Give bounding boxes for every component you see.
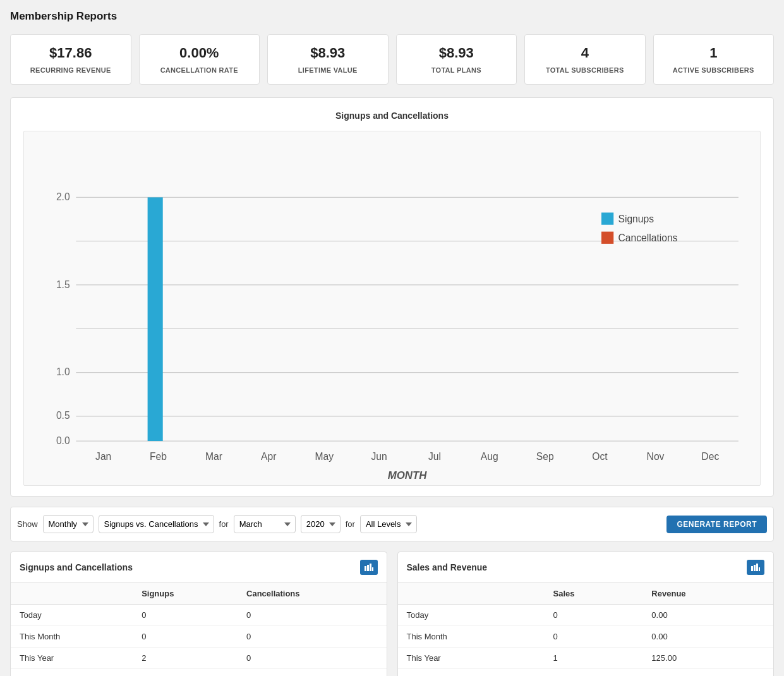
svg-text:1.5: 1.5 [56, 279, 70, 290]
svg-rect-34 [754, 565, 756, 571]
col-period-sr [398, 583, 545, 605]
table-row: This Month 0 0.00 [398, 626, 774, 648]
generate-report-button[interactable]: GENERATE REPORT [666, 516, 767, 533]
sales-revenue-table-section: Sales and Revenue Sales Revenue T [397, 552, 775, 676]
chart-container: 2.0 1.5 1.0 0.5 0.0 Jan Feb Mar Apr May … [23, 131, 761, 486]
stat-card-active-subscribers: 1 Active Subscribers [653, 34, 775, 85]
table-row: This Month 0 0 [11, 626, 387, 648]
table-row: All Time 2 0 [11, 669, 387, 676]
stat-card-recurring-revenue: $17.86 Recurring Revenue [10, 34, 131, 85]
period-cell: This Month [398, 626, 545, 648]
show-select[interactable]: MonthlyWeeklyDaily [43, 515, 93, 533]
controls-row: Show MonthlyWeeklyDaily Signups vs. Canc… [10, 507, 774, 541]
svg-text:Nov: Nov [647, 451, 665, 462]
period-cell: Today [398, 605, 545, 626]
signups-cancellations-table-title: Signups and Cancellations [20, 562, 133, 572]
table-row: This Year 2 0 [11, 648, 387, 669]
page-title: Membership Reports [10, 10, 774, 23]
bar-chart-icon [365, 564, 373, 571]
cancellations-cell: 0 [238, 648, 386, 669]
chart-section: Signups and Cancellations 2.0 1.5 1.0 0.… [10, 97, 774, 497]
level-select[interactable]: All LevelsLevel 1Level 2 [360, 515, 417, 533]
signups-cancellations-chart-button[interactable] [360, 560, 378, 575]
svg-text:Signups: Signups [618, 214, 654, 224]
col-sales: Sales [545, 583, 643, 605]
period-cell: This Year [398, 648, 545, 669]
svg-text:1.0: 1.0 [56, 366, 70, 377]
year-select[interactable]: 20202021202220232024 [301, 515, 341, 533]
stat-label-total-plans: Total Plans [431, 66, 481, 74]
stat-label-total-subscribers: Total Subscribers [546, 66, 624, 74]
cancellations-cell: 0 [238, 605, 386, 626]
revenue-cell: 125.00 [642, 669, 773, 676]
col-revenue: Revenue [642, 583, 773, 605]
chart-title: Signups and Cancellations [23, 111, 761, 121]
svg-text:Sep: Sep [536, 451, 554, 462]
period-cell: This Year [11, 648, 133, 669]
signups-cell: 2 [133, 669, 238, 676]
col-signups: Signups [133, 583, 238, 605]
svg-text:Feb: Feb [150, 451, 167, 462]
stat-label-active-subscribers: Active Subscribers [673, 66, 754, 74]
stat-value-cancellation-rate: 0.00% [179, 45, 219, 61]
svg-text:Aug: Aug [481, 451, 498, 462]
table-row: All Time 1 125.00 [398, 669, 774, 676]
svg-rect-32 [372, 567, 373, 571]
svg-rect-29 [365, 566, 366, 571]
table-row: This Year 1 125.00 [398, 648, 774, 669]
stat-value-recurring-revenue: $17.86 [49, 45, 92, 61]
period-cell: Today [11, 605, 133, 626]
stat-value-total-plans: $8.93 [439, 45, 474, 61]
cancellations-cell: 0 [238, 626, 386, 648]
period-cell: All Time [398, 669, 545, 676]
stat-value-lifetime-value: $8.93 [310, 45, 345, 61]
signups-cell: 2 [133, 648, 238, 669]
table-header-row: Signups Cancellations [11, 583, 387, 605]
stat-card-total-subscribers: 4 Total Subscribers [524, 34, 646, 85]
svg-text:MONTH: MONTH [388, 469, 428, 479]
col-period-sc [11, 583, 133, 605]
sales-revenue-chart-button[interactable] [747, 560, 764, 575]
stat-label-recurring-revenue: Recurring Revenue [30, 66, 111, 74]
for-label-2: for [346, 519, 355, 529]
sales-revenue-table-title: Sales and Revenue [407, 562, 488, 572]
svg-text:Mar: Mar [205, 451, 222, 462]
sales-revenue-table: Sales Revenue Today 0 0.00 This Month 0 … [398, 583, 774, 676]
for-label-1: for [219, 519, 229, 529]
stat-card-total-plans: $8.93 Total Plans [396, 34, 517, 85]
svg-text:Oct: Oct [592, 451, 608, 462]
svg-text:Jan: Jan [95, 451, 111, 462]
stats-row: $17.86 Recurring Revenue 0.00% Cancellat… [10, 34, 774, 85]
stat-value-total-subscribers: 4 [581, 45, 589, 61]
svg-rect-36 [759, 567, 760, 571]
signups-cell: 0 [133, 626, 238, 648]
svg-rect-35 [756, 564, 758, 571]
sales-cell: 1 [545, 648, 643, 669]
period-cell: This Month [11, 626, 133, 648]
svg-text:0.0: 0.0 [56, 435, 70, 446]
svg-text:Apr: Apr [261, 451, 276, 462]
sales-cell: 1 [545, 669, 643, 676]
table-row: Today 0 0 [11, 605, 387, 626]
tables-row: Signups and Cancellations Signups Cancel… [10, 552, 774, 676]
col-cancellations: Cancellations [238, 583, 386, 605]
sales-cell: 0 [545, 626, 643, 648]
month-select[interactable]: JanuaryFebruaryMarchAprilMayJuneJulyAugu… [234, 515, 296, 533]
stat-value-active-subscribers: 1 [709, 45, 717, 61]
svg-text:Dec: Dec [701, 451, 719, 462]
feb-signups-bar [148, 197, 163, 441]
svg-rect-27 [601, 232, 613, 244]
show-label: Show [17, 519, 38, 529]
signups-cancellations-table-header: Signups and Cancellations [11, 552, 387, 583]
svg-rect-25 [601, 212, 613, 224]
sales-revenue-table-header: Sales and Revenue [398, 552, 774, 583]
signups-cancellations-table-section: Signups and Cancellations Signups Cancel… [10, 552, 387, 676]
signups-cell: 0 [133, 605, 238, 626]
stat-label-cancellation-rate: Cancellation Rate [160, 66, 238, 74]
svg-text:May: May [315, 451, 334, 462]
svg-text:Jun: Jun [371, 451, 387, 462]
revenue-cell: 125.00 [642, 648, 773, 669]
signups-cancellations-table: Signups Cancellations Today 0 0 This Mon… [11, 583, 387, 676]
type-select[interactable]: Signups vs. CancellationsRevenueActive S… [99, 515, 214, 533]
svg-text:2.0: 2.0 [56, 191, 70, 202]
